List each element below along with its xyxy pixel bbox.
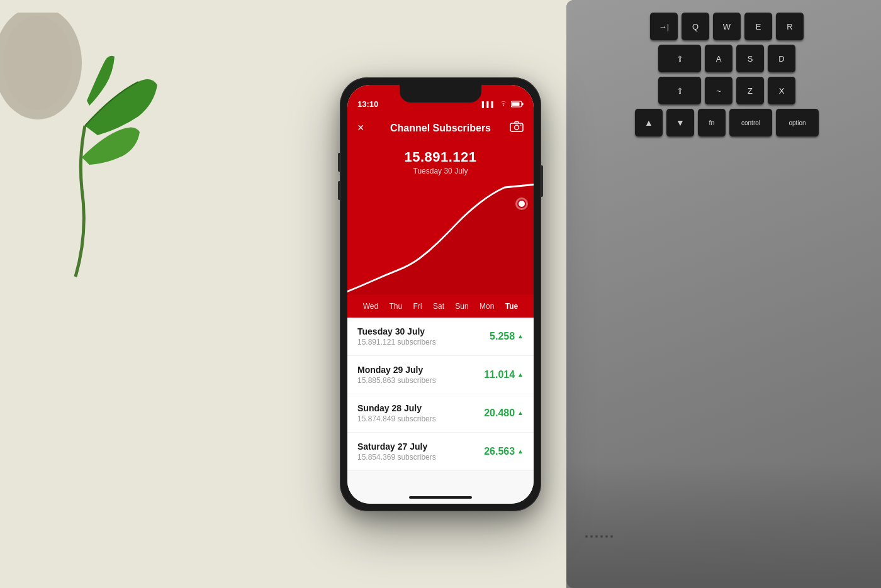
- camera-button[interactable]: [505, 121, 524, 135]
- data-row-3[interactable]: Saturday 27 July 15.854.369 subscribers …: [347, 433, 534, 471]
- row-left-0: Tuesday 30 July 15.891.121 subscribers: [357, 326, 436, 347]
- speaker-dot: [600, 535, 603, 538]
- data-row-2[interactable]: Sunday 28 July 15.874.849 subscribers 20…: [347, 394, 534, 433]
- key-e[interactable]: E: [744, 13, 772, 40]
- speaker-dot: [605, 535, 608, 538]
- row-count-1: 11.014: [484, 369, 515, 380]
- row-trend-0: ▲: [517, 333, 524, 340]
- row-count-3: 26.563: [484, 446, 515, 457]
- row-date-2: Sunday 28 July: [357, 403, 436, 413]
- status-time: 13:10: [357, 99, 378, 109]
- app-header: × Channel Subscribers: [347, 113, 534, 144]
- row-trend-3: ▲: [517, 448, 524, 455]
- day-sun: Sun: [455, 302, 468, 311]
- key-down-arrow[interactable]: ▼: [666, 109, 694, 136]
- svg-rect-5: [510, 123, 523, 131]
- day-thu: Thu: [390, 302, 403, 311]
- volume-down-button[interactable]: [338, 181, 340, 200]
- key-r[interactable]: R: [776, 13, 804, 40]
- row-trend-2: ▲: [517, 409, 524, 416]
- wifi-icon: [499, 101, 508, 108]
- day-sat: Sat: [433, 302, 444, 311]
- row-count-2: 20.480: [484, 408, 515, 419]
- speaker-dot: [585, 535, 588, 538]
- volume-up-button[interactable]: [338, 153, 340, 172]
- key-option[interactable]: option: [776, 109, 819, 136]
- home-indicator[interactable]: [409, 496, 472, 499]
- svg-point-6: [515, 125, 519, 130]
- key-row-2: ⇪ A S D: [579, 45, 875, 72]
- svg-point-1: [3, 16, 72, 110]
- row-subs-0: 15.891.121 subscribers: [357, 338, 436, 347]
- key-up-arrow[interactable]: ▲: [635, 109, 663, 136]
- row-left-1: Monday 29 July 15.885.863 subscribers: [357, 365, 436, 385]
- power-button[interactable]: [541, 165, 543, 197]
- row-right-2: 20.480 ▲: [484, 408, 524, 419]
- key-w[interactable]: W: [713, 13, 741, 40]
- key-control[interactable]: control: [729, 109, 772, 136]
- row-count-0: 5.258: [490, 331, 515, 342]
- chart-main-number: 15.891.121: [347, 149, 534, 165]
- laptop-keyboard-area: →| Q W E R ⇪: [566, 0, 881, 588]
- phone-notch: [400, 85, 481, 103]
- signal-icon: ▌▌▌: [482, 101, 496, 108]
- day-fri: Fri: [413, 302, 422, 311]
- key-row-3: ⇧ ~ Z X: [579, 77, 875, 104]
- chart-svg-container: [347, 182, 534, 295]
- chart-stats: 15.891.121 Tuesday 30 July: [347, 144, 534, 175]
- chart-date-label: Tuesday 30 July: [347, 167, 534, 175]
- row-right-3: 26.563 ▲: [484, 446, 524, 457]
- day-mon: Mon: [480, 302, 494, 311]
- svg-point-7: [520, 125, 522, 126]
- speaker-dot: [610, 535, 613, 538]
- key-backtick[interactable]: ~: [705, 77, 732, 104]
- key-a[interactable]: A: [705, 45, 732, 72]
- close-button[interactable]: ×: [357, 121, 376, 135]
- key-q[interactable]: Q: [682, 13, 709, 40]
- header-title: Channel Subscribers: [376, 123, 505, 134]
- row-left-3: Saturday 27 July 15.854.369 subscribers: [357, 441, 436, 462]
- row-trend-1: ▲: [517, 371, 524, 378]
- plant-decoration: [0, 0, 189, 314]
- key-row-bottom: ▲ ▼ fn control option: [579, 109, 875, 136]
- row-subs-1: 15.885.863 subscribers: [357, 376, 436, 385]
- row-date-1: Monday 29 July: [357, 365, 436, 375]
- day-axis: Wed Thu Fri Sat Sun Mon Tue: [347, 295, 534, 318]
- day-tue: Tue: [505, 302, 518, 311]
- data-row-0[interactable]: Tuesday 30 July 15.891.121 subscribers 5…: [347, 318, 534, 356]
- row-subs-3: 15.854.369 subscribers: [357, 453, 436, 462]
- keyboard-body: →| Q W E R ⇪: [566, 0, 881, 588]
- speaker-dot: [590, 535, 593, 538]
- key-s[interactable]: S: [736, 45, 764, 72]
- row-date-3: Saturday 27 July: [357, 441, 436, 452]
- key-row-1: →| Q W E R: [579, 13, 875, 40]
- day-wed: Wed: [363, 302, 378, 311]
- battery-icon: [511, 101, 524, 109]
- phone-screen: 13:10 ▌▌▌: [347, 85, 534, 504]
- svg-rect-4: [512, 102, 520, 106]
- key-x[interactable]: X: [768, 77, 795, 104]
- key-fn[interactable]: fn: [698, 109, 726, 136]
- row-subs-2: 15.874.849 subscribers: [357, 414, 436, 423]
- phone-mockup: 13:10 ▌▌▌: [340, 77, 541, 511]
- chart-end-dot: [517, 199, 526, 208]
- chart-area: 15.891.121 Tuesday 30 July: [347, 144, 534, 295]
- phone-body: 13:10 ▌▌▌: [340, 77, 541, 511]
- key-z[interactable]: Z: [736, 77, 764, 104]
- status-icons: ▌▌▌: [482, 101, 524, 109]
- row-right-1: 11.014 ▲: [484, 369, 524, 380]
- speaker-dot: [595, 535, 598, 538]
- svg-rect-3: [522, 103, 524, 105]
- row-right-0: 5.258 ▲: [490, 331, 524, 342]
- key-shift-left[interactable]: ⇧: [658, 77, 701, 104]
- data-row-1[interactable]: Monday 29 July 15.885.863 subscribers 11…: [347, 356, 534, 394]
- data-list: Tuesday 30 July 15.891.121 subscribers 5…: [347, 318, 534, 504]
- key-tab[interactable]: →|: [650, 13, 678, 40]
- row-left-2: Sunday 28 July 15.874.849 subscribers: [357, 403, 436, 423]
- key-d[interactable]: D: [768, 45, 795, 72]
- row-date-0: Tuesday 30 July: [357, 326, 436, 336]
- key-caps[interactable]: ⇪: [658, 45, 701, 72]
